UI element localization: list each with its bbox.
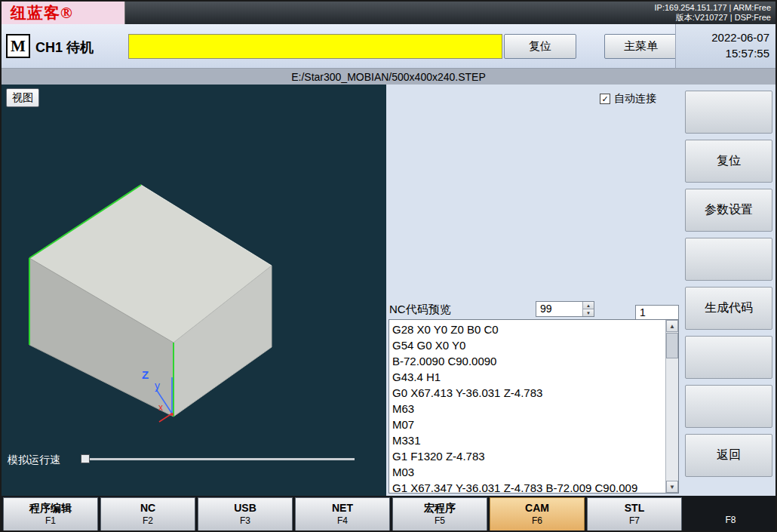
sidebar-button-parameter-settings[interactable]: 参数设置 — [685, 189, 772, 232]
axis-origin-dot — [170, 413, 174, 416]
nc-preview-panel: ✓ 自动连接 NC代码预览 99 ▲ ▼ 1 G28 X0 Y0 Z0 B0 C… — [386, 85, 680, 496]
fkey-f8[interactable]: F8 — [684, 497, 777, 532]
viewport-3d[interactable]: Z y x 视图 模拟运行速 — [2, 85, 386, 496]
nc-code-line: M63 — [392, 401, 663, 417]
nc-code-line: B-72.0090 C90.0090 — [392, 353, 663, 369]
model-3d: Z y x — [2, 85, 386, 496]
main-menu-button[interactable]: 主菜单 — [604, 34, 677, 59]
nc-code-line: M07 — [392, 417, 663, 432]
axis-z-label: Z — [142, 368, 149, 381]
channel-status: CH1 待机 — [35, 38, 94, 57]
view-button[interactable]: 视图 — [6, 88, 39, 107]
spinner-down-icon[interactable]: ▼ — [583, 309, 594, 316]
sidebar: 复位 参数设置 生成代码 返回 — [680, 85, 777, 496]
axis-y-label: y — [155, 380, 160, 392]
check-icon: ✓ — [601, 95, 608, 103]
nc-code-lines: G28 X0 Y0 Z0 B0 C0 G54 G0 X0 Y0 B-72.009… — [392, 321, 663, 494]
version-dsp-status: 版本:V210727 | DSP:Free — [654, 13, 771, 23]
brand-logo-text: 纽蓝客® — [11, 2, 73, 23]
axis-x-label: x — [158, 402, 163, 413]
app-window: 纽蓝客® IP:169.254.151.177 | ARM:Free 版本:V2… — [0, 0, 777, 532]
file-path-bar: E:/Star300_MOBIAN/500x400x240.STEP — [2, 68, 775, 85]
axis-x-line — [159, 414, 172, 422]
fkey-program-edit-f1[interactable]: 程序编辑 F1 — [3, 497, 98, 532]
spinner-buttons: ▲ ▼ — [582, 302, 594, 316]
nc-code-line: G28 X0 Y0 Z0 B0 C0 — [392, 321, 663, 337]
fkey-stl-f7[interactable]: STL F7 — [587, 497, 682, 532]
sim-speed-slider-track[interactable] — [81, 458, 355, 460]
fkey-macro-f5[interactable]: 宏程序 F5 — [392, 497, 487, 532]
auto-connect-option[interactable]: ✓ 自动连接 — [600, 92, 656, 106]
line-count-value[interactable]: 99 — [536, 302, 582, 316]
sidebar-button-empty-4 — [685, 385, 772, 428]
header-row: M CH1 待机 复位 主菜单 2022-06-07 15:57:55 — [2, 24, 775, 68]
fkey-net-f4[interactable]: NET F4 — [295, 497, 390, 532]
spinner-up-icon[interactable]: ▲ — [583, 302, 594, 309]
auto-connect-checkbox[interactable]: ✓ — [600, 94, 610, 104]
date-text: 2022-06-07 — [676, 29, 769, 45]
fkey-nc-f2[interactable]: NC F2 — [100, 497, 195, 532]
system-info: IP:169.254.151.177 | ARM:Free 版本:V210727… — [654, 3, 771, 23]
sim-speed-slider-handle[interactable] — [81, 454, 90, 463]
file-path-text: E:/Star300_MOBIAN/500x400x240.STEP — [291, 71, 486, 83]
nc-code-line: G0 X67.413 Y-36.031 Z-4.783 — [392, 385, 663, 401]
nc-code-line: G54 G0 X0 Y0 — [392, 337, 663, 353]
time-text: 15:57:55 — [676, 45, 769, 61]
nc-code-line: M03 — [392, 464, 663, 480]
line-count-spinner[interactable]: 99 ▲ ▼ — [536, 301, 594, 317]
scroll-up-icon[interactable]: ▲ — [666, 320, 678, 332]
datetime-panel: 2022-06-07 15:57:55 — [675, 24, 775, 68]
function-key-bar: 程序编辑 F1 NC F2 USB F3 NET F4 宏程序 F5 CAM F… — [2, 496, 775, 532]
sidebar-button-empty-3 — [685, 336, 772, 379]
sidebar-button-reset[interactable]: 复位 — [685, 140, 772, 183]
nc-code-line: G1 X67.347 Y-36.031 Z-4.783 B-72.009 C90… — [392, 480, 663, 494]
sidebar-button-empty-2 — [685, 238, 772, 281]
nc-code-line: M331 — [392, 432, 663, 448]
top-strip: 纽蓝客® IP:169.254.151.177 | ARM:Free 版本:V2… — [2, 2, 775, 24]
mode-m-icon: M — [6, 34, 30, 58]
sim-speed-label: 模拟运行速 — [8, 454, 60, 467]
sidebar-button-empty-1 — [685, 91, 772, 134]
message-bar — [128, 34, 502, 59]
sidebar-button-generate-code[interactable]: 生成代码 — [685, 287, 772, 330]
code-scrollbar[interactable]: ▲ ▼ — [665, 320, 678, 493]
sidebar-button-return[interactable]: 返回 — [685, 434, 772, 477]
nc-code-line: G43.4 H1 — [392, 369, 663, 385]
nc-code-line: G1 F1320 Z-4.783 — [392, 448, 663, 464]
nc-code-textarea[interactable]: G28 X0 Y0 Z0 B0 C0 G54 G0 X0 Y0 B-72.009… — [388, 319, 679, 494]
fkey-cam-f6[interactable]: CAM F6 — [490, 497, 585, 532]
brand-logo: 纽蓝客® — [2, 2, 125, 24]
ip-arm-status: IP:169.254.151.177 | ARM:Free — [654, 3, 771, 13]
nc-preview-label: NC代码预览 — [389, 303, 451, 317]
scroll-down-icon[interactable]: ▼ — [666, 481, 678, 493]
scrollbar-thumb[interactable] — [666, 333, 678, 358]
page-number-input[interactable]: 1 — [635, 305, 679, 320]
reset-button[interactable]: 复位 — [504, 34, 576, 59]
fkey-usb-f3[interactable]: USB F3 — [198, 497, 293, 532]
auto-connect-label: 自动连接 — [614, 92, 656, 106]
